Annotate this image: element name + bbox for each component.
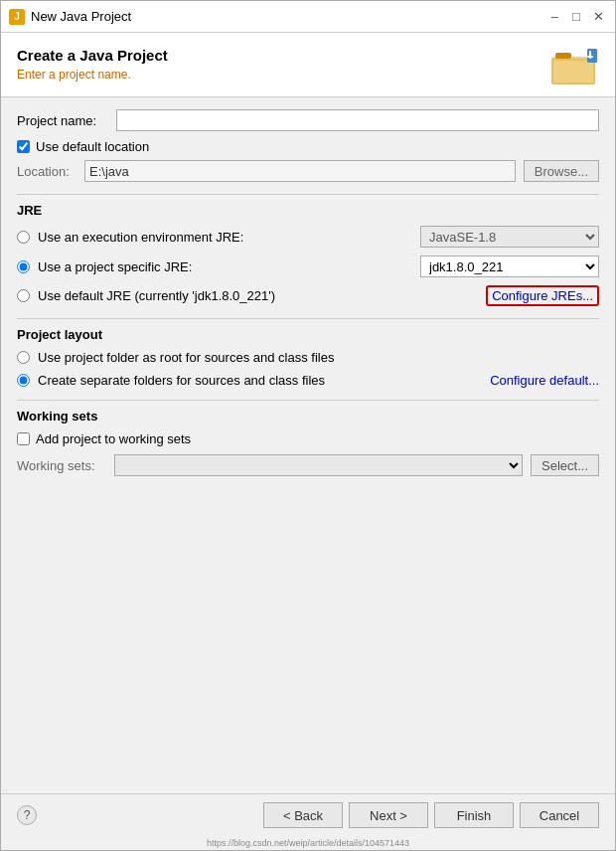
divider-2	[17, 318, 599, 319]
project-layout-section: Project layout Use project folder as roo…	[17, 327, 599, 388]
working-sets-row: Working sets: Select...	[17, 454, 599, 476]
back-button[interactable]: < Back	[263, 802, 343, 828]
jre-option2-row: Use a project specific JRE: jdk1.8.0_221	[17, 255, 599, 277]
working-sets-section: Working sets Add project to working sets…	[17, 409, 599, 476]
divider-3	[17, 400, 599, 401]
add-to-working-sets-label[interactable]: Add project to working sets	[36, 431, 191, 446]
project-name-input[interactable]	[116, 109, 599, 131]
jre-option3-radio[interactable]	[17, 289, 30, 302]
maximize-button[interactable]: □	[567, 8, 585, 26]
divider-1	[17, 194, 599, 195]
layout-option1-label[interactable]: Use project folder as root for sources a…	[38, 350, 599, 365]
working-sets-title: Working sets	[17, 409, 599, 424]
layout-option1-radio[interactable]	[17, 351, 30, 364]
use-default-location-label[interactable]: Use default location	[36, 139, 149, 154]
project-name-label: Project name:	[17, 113, 116, 128]
jre-option2-label[interactable]: Use a project specific JRE:	[38, 259, 412, 274]
svg-rect-1	[555, 53, 571, 59]
close-button[interactable]: ✕	[589, 8, 607, 26]
working-sets-check-row: Add project to working sets	[17, 431, 599, 446]
layout-option1-row: Use project folder as root for sources a…	[17, 350, 599, 365]
jre-option2-dropdown[interactable]: jdk1.8.0_221	[420, 255, 599, 277]
window: J New Java Project – □ ✕ Create a Java P…	[0, 0, 616, 851]
location-row: Location: Browse...	[17, 160, 599, 182]
jre-option2-radio[interactable]	[17, 260, 30, 273]
content-area: Project name: Use default location Locat…	[1, 97, 615, 793]
layout-option2-radio[interactable]	[17, 374, 30, 387]
browse-button[interactable]: Browse...	[524, 160, 599, 182]
jre-section: JRE Use an execution environment JRE: Ja…	[17, 203, 599, 306]
use-default-location-checkbox[interactable]	[17, 140, 30, 153]
configure-default-link[interactable]: Configure default...	[490, 373, 599, 388]
next-button[interactable]: Next >	[349, 802, 428, 828]
jre-option1-row: Use an execution environment JRE: JavaSE…	[17, 226, 599, 248]
jre-section-title: JRE	[17, 203, 599, 218]
working-sets-dropdown[interactable]	[114, 454, 523, 476]
window-title: New Java Project	[31, 9, 131, 24]
location-label: Location:	[17, 164, 84, 179]
jre-option1-radio[interactable]	[17, 231, 30, 244]
footer-buttons: < Back Next > Finish Cancel	[263, 802, 599, 828]
jre-option1-dropdown[interactable]: JavaSE-1.8	[420, 226, 599, 248]
jre-option3-label[interactable]: Use default JRE (currently 'jdk1.8.0_221…	[38, 288, 478, 303]
window-controls: – □ ✕	[545, 8, 607, 26]
header-text: Create a Java Project Enter a project na…	[17, 47, 168, 82]
cancel-button[interactable]: Cancel	[520, 802, 599, 828]
jre-option3-row: Use default JRE (currently 'jdk1.8.0_221…	[17, 285, 599, 306]
help-button[interactable]: ?	[17, 805, 37, 825]
default-location-row: Use default location	[17, 139, 599, 154]
select-button[interactable]: Select...	[531, 454, 599, 476]
app-icon: J	[9, 9, 25, 25]
layout-option2-row: Create separate folders for sources and …	[17, 373, 599, 388]
wizard-title: Create a Java Project	[17, 47, 168, 64]
layout-option2-label[interactable]: Create separate folders for sources and …	[38, 373, 474, 388]
header-section: Create a Java Project Enter a project na…	[1, 33, 615, 97]
working-sets-label: Working sets:	[17, 458, 106, 473]
location-input[interactable]	[84, 160, 516, 182]
finish-button[interactable]: Finish	[434, 802, 514, 828]
jre-option1-label[interactable]: Use an execution environment JRE:	[38, 230, 412, 245]
watermark: https://blog.csdn.net/weip/article/detai…	[1, 836, 615, 850]
project-layout-title: Project layout	[17, 327, 599, 342]
footer: ? < Back Next > Finish Cancel	[1, 793, 615, 836]
wizard-subtitle: Enter a project name.	[17, 68, 168, 82]
svg-rect-6	[587, 56, 593, 58]
configure-jres-link[interactable]: Configure JREs...	[486, 285, 599, 306]
svg-rect-3	[553, 61, 593, 83]
title-bar: J New Java Project – □ ✕	[1, 1, 615, 33]
title-bar-left: J New Java Project	[9, 9, 131, 25]
minimize-button[interactable]: –	[545, 8, 563, 26]
folder-icon	[551, 47, 599, 86]
add-to-working-sets-checkbox[interactable]	[17, 432, 30, 445]
project-name-row: Project name:	[17, 109, 599, 131]
